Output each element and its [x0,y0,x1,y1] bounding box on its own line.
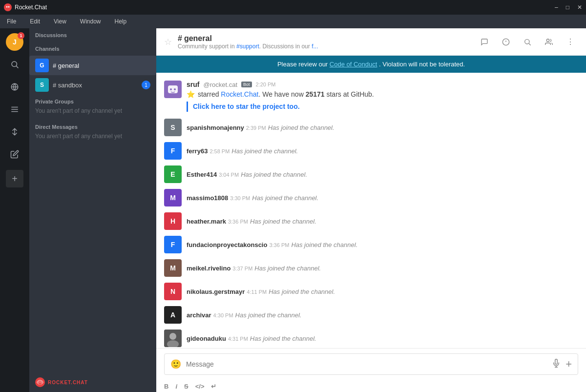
channel-item-general[interactable]: G # general [29,56,156,75]
svg-point-20 [546,39,549,41]
menu-file[interactable]: File [4,16,19,27]
avatar-fundacion: F [164,236,182,253]
notification-badge: 1 [18,32,24,39]
sidebar-footer: ROCKET.CHAT [29,372,156,392]
channel-info-button[interactable] [498,34,514,50]
private-groups-empty: You aren't part of any channel yet [35,106,150,118]
code-button[interactable]: </> [195,383,205,390]
more-options-button[interactable]: ⋮ [563,34,578,50]
search-icon-btn[interactable] [6,56,23,73]
svg-line-19 [529,43,531,45]
user-avatar[interactable]: J 1 [6,33,23,51]
sort-icon-btn[interactable] [6,123,23,141]
rocket-chat-logo: ROCKET.CHAT [35,377,88,387]
system-message-8: N nikolaus.gerstmayr4:11 PMHas joined th… [164,283,578,300]
star-emoji: ⭐ [187,90,195,98]
rocket-chat-link[interactable]: Rocket.Chat [221,90,258,98]
svg-point-12 [38,382,39,383]
avatar-archivar: A [164,306,182,324]
svg-point-23 [170,88,172,90]
emoji-button[interactable]: 🙂 [170,359,181,370]
sidebar-section-private-groups: Private Groups You aren't part of any ch… [29,95,156,120]
channel-name-general: # general [53,62,150,69]
discussions-section-title: Discussions [35,32,150,38]
system-message-1: S spanishmonajenny2:39 PMHas joined the … [164,119,578,136]
system-text-1: spanishmonajenny2:39 PMHas joined the ch… [187,124,335,131]
system-text-9: archivar4:30 PMHas joined the channel. [187,311,301,319]
svg-point-0 [4,3,12,11]
system-message-7: M meikel.rivelino3:37 PMHas joined the c… [164,259,578,277]
rocket-chat-logo-icon [35,377,45,387]
rooms-icon-btn[interactable] [6,101,23,118]
system-message-4: M massimo18083:30 PMHas joined the chann… [164,189,578,206]
system-text-2: ferry632:58 PMHas joined the channel. [187,147,298,155]
bot-handle: @rocket.cat [203,81,237,88]
code-of-conduct-link[interactable]: Code of Conduct [330,61,377,68]
app-title: Rocket.Chat [15,4,47,11]
microphone-button[interactable] [552,359,561,370]
svg-point-24 [174,88,176,90]
unread-badge-sandbox: 1 [142,81,150,89]
app-icon [4,3,12,11]
svg-point-3 [12,62,17,67]
system-text-8: nikolaus.gerstmayr4:11 PMHas joined the … [187,288,335,295]
avatar-esther414: E [164,165,182,183]
italic-button[interactable]: i [175,383,177,390]
avatar-meikel: M [164,259,182,277]
maximize-button[interactable]: □ [566,4,569,11]
chat-header-info: # general Community support in #support.… [178,34,471,50]
compose-icon-btn[interactable] [6,145,23,163]
channel-name-header: general [184,34,212,43]
discussions-link[interactable]: f... [312,43,318,50]
strikethrough-button[interactable]: S [184,383,188,390]
direct-messages-title: Direct Messages [35,124,150,130]
announcement-text-after: . Violation will not be tolerated. [379,61,465,68]
channel-item-sandbox[interactable]: S # sandbox 1 [29,75,156,95]
system-text-10: gideonaduku4:31 PMHas joined the channel… [187,335,316,342]
menu-window[interactable]: Window [77,16,104,27]
avatar-heather-mark: H [164,212,182,230]
avatar-spanishmonajenny: S [164,119,182,136]
svg-rect-22 [168,85,178,93]
system-text-5: heather.mark3:36 PMHas joined the channe… [187,218,316,225]
star-project-link[interactable]: Click here to star the project too. [187,102,578,112]
close-button[interactable]: ✕ [577,4,582,11]
channel-name-sandbox: # sandbox [53,82,138,89]
channel-avatar-general: G [35,59,49,72]
chat-header: ☆ # general Community support in #suppor… [156,28,586,56]
support-link[interactable]: #support [236,43,259,50]
bot-avatar [164,81,182,98]
messages-area[interactable]: sruf @rocket.cat Bot 2:20 PM ⭐ starred R… [156,73,586,348]
channel-title: # general [178,34,471,43]
add-button[interactable]: + [6,170,23,187]
svg-point-18 [525,39,529,43]
message-input-box: 🙂 + [164,353,578,375]
menu-view[interactable]: View [51,16,69,27]
bot-message-body: sruf @rocket.cat Bot 2:20 PM ⭐ starred R… [187,81,578,112]
bot-badge: Bot [241,82,252,87]
minimize-button[interactable]: – [555,4,558,11]
system-text-6: fundacionproyectakonscio3:36 PMHas joine… [187,241,357,248]
sidebar-section-channels: Channels [29,42,156,56]
svg-point-13 [40,382,41,383]
avatar-nikolaus: N [164,283,182,300]
channels-section-title: Channels [35,46,150,52]
message-input[interactable] [186,360,547,368]
chat-search-button[interactable] [477,34,492,50]
bold-button[interactable]: B [164,383,168,390]
linebreak-button[interactable]: ↵ [211,383,216,390]
members-button[interactable] [541,34,557,50]
main-content: ☆ # general Community support in #suppor… [156,28,586,392]
direct-messages-empty: You aren't part of any channel yet [35,132,150,144]
channel-hash: # [178,34,182,43]
add-attachment-button[interactable]: + [565,358,572,371]
header-search-button[interactable] [520,34,535,50]
system-message-10: gideonaduku4:31 PMHas joined the channel… [164,330,578,347]
system-text-7: meikel.rivelino3:37 PMHas joined the cha… [187,265,321,272]
directory-icon-btn[interactable] [6,78,23,96]
menu-help[interactable]: Help [112,16,130,27]
star-channel-button[interactable]: ☆ [164,37,172,47]
system-message-2: F ferry632:58 PMHas joined the channel. [164,142,578,160]
sidebar-section-discussions: Discussions [29,28,156,42]
menu-edit[interactable]: Edit [27,16,43,27]
